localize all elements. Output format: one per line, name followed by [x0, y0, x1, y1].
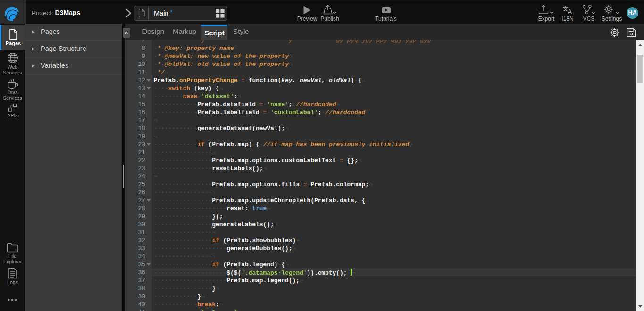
svg-text:A: A: [567, 8, 572, 15]
